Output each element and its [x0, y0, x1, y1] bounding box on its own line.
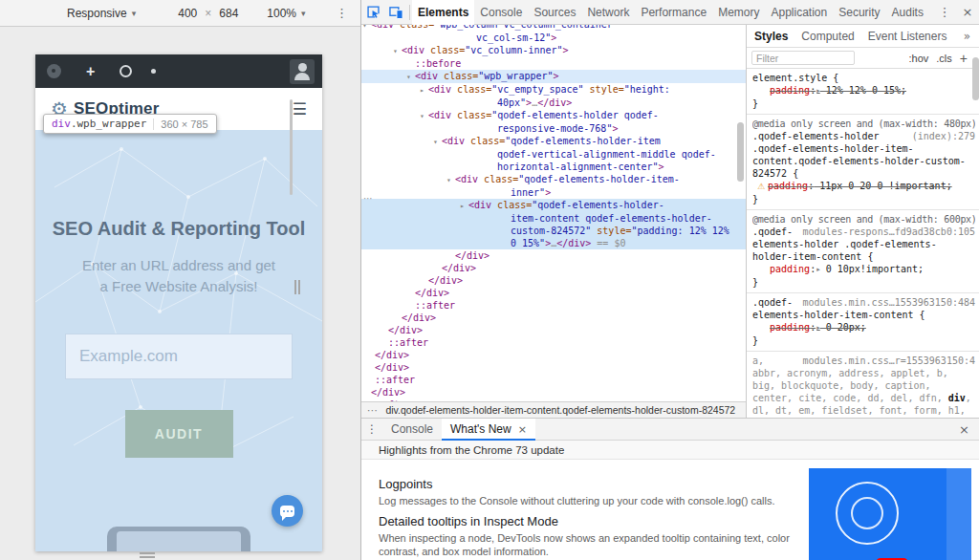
styles-filter-input[interactable]	[751, 51, 855, 65]
css-source-link[interactable]: modules-respons…fd9ad38cb0:105	[802, 226, 975, 238]
dom-tree-line[interactable]: ▾<div class="wpb_column vc_column_contai…	[361, 25, 746, 32]
viewport-resize-handle-right[interactable]	[294, 280, 300, 294]
dom-tree-line[interactable]: qodef-vertical-alignment-middle qodef-	[361, 148, 746, 161]
drawer-tab-console[interactable]: Console	[382, 419, 442, 441]
twisty-icon[interactable]: ▸	[460, 200, 468, 212]
video-thumbnail[interactable]: ne	[809, 468, 971, 560]
dom-token: class=	[400, 25, 434, 30]
toggle-classes-button[interactable]: .cls	[936, 53, 952, 64]
dom-tree-line[interactable]: ▸<div class="vc_empty_space" style="heig…	[361, 83, 746, 97]
drawer-tab-what-s-new[interactable]: What's New×	[442, 419, 535, 441]
css-declaration[interactable]: padding:▸ 12% 12% 0 15%;	[752, 84, 975, 97]
dom-tree-line[interactable]: ▾<div class="vc_column-inner">	[361, 44, 746, 57]
devtools-more-icon[interactable]: ⋮	[933, 0, 956, 25]
dom-tree-line[interactable]: </div>	[361, 249, 746, 262]
expand-shorthand-icon[interactable]: ▸	[816, 87, 820, 95]
dom-tree-line[interactable]: item-content qodef-elements-holder-	[361, 212, 746, 225]
tab-performance[interactable]: Performance	[635, 0, 712, 25]
dom-token: <div	[402, 45, 430, 55]
dom-tree-line[interactable]: 0 15%">…</div> == $0	[361, 237, 746, 249]
dom-tree-line[interactable]: vc_col-sm-12">	[361, 32, 746, 44]
tab-application[interactable]: Application	[765, 0, 833, 25]
sidebar-tab-styles[interactable]: Styles	[754, 25, 788, 48]
sidebar-tab-computed[interactable]: Computed	[801, 25, 854, 48]
dom-tree-line[interactable]: ::after	[361, 336, 746, 349]
dom-tree-line[interactable]: </div>	[361, 262, 746, 274]
dom-tree-line[interactable]: ▾<div class="wpb_wrapper">	[361, 70, 746, 83]
drawer-close-icon[interactable]: ×	[959, 422, 969, 437]
dom-tree-line[interactable]: </div>	[361, 312, 746, 324]
css-source-link[interactable]: modules.min.css…1553963150:484	[802, 296, 975, 309]
dom-tree-line[interactable]: </div>	[361, 274, 746, 287]
new-style-rule-icon[interactable]: +	[960, 51, 968, 66]
twisty-icon[interactable]: ▾	[446, 174, 455, 186]
tab-audits[interactable]: Audits	[886, 0, 929, 25]
tab-elements[interactable]: Elements	[412, 0, 474, 25]
ring-icon[interactable]	[120, 65, 132, 77]
dom-tree-line[interactable]: ▸<div class="qodef-elements-holder-	[361, 199, 746, 212]
dom-tree-line[interactable]: ::after	[361, 299, 746, 312]
css-source-link[interactable]: modules.min.css…r=1553963150:4	[802, 355, 975, 367]
dom-tree-line[interactable]: </div>	[361, 324, 746, 336]
dom-tree-line[interactable]: ::before	[361, 57, 746, 70]
drawer-menu-icon[interactable]: ⋮	[361, 422, 382, 436]
dom-tree-line[interactable]: responsive-mode-768">	[361, 122, 746, 135]
device-toolbar-more-icon[interactable]: ⋮	[336, 6, 348, 20]
tab-console[interactable]: Console	[474, 0, 528, 25]
expand-shorthand-icon[interactable]: ▸	[816, 266, 820, 273]
viewport-height-input[interactable]: 684	[219, 7, 238, 20]
toggle-pseudo-state-button[interactable]: :hov	[909, 53, 929, 64]
palette-icon[interactable]	[47, 64, 61, 78]
tab-network[interactable]: Network	[581, 0, 635, 25]
dom-tree-line[interactable]: ▾<div class="qodef-elements-holder-item-	[361, 173, 746, 186]
dom-tree-scrollbar[interactable]	[737, 122, 744, 182]
dom-tree-line[interactable]: inner">	[361, 186, 746, 199]
dom-tree-line[interactable]: ::after	[361, 374, 746, 386]
dom-tree-line[interactable]: </div>	[361, 287, 746, 299]
dom-token: class=	[444, 71, 478, 81]
dom-tree-line[interactable]: ▾<div class="qodef-elements-holder-item	[361, 135, 746, 148]
zoom-select[interactable]: 100% ▾	[267, 7, 305, 20]
tab-security[interactable]: Security	[833, 0, 885, 25]
viewport-resize-handle-bottom[interactable]	[140, 552, 155, 560]
device-type-select[interactable]: Responsive ▾	[67, 7, 136, 20]
tab-close-icon[interactable]: ×	[518, 419, 527, 441]
audit-button[interactable]: AUDIT	[125, 410, 233, 458]
plus-icon[interactable]: +	[86, 64, 95, 79]
twisty-icon[interactable]: ▾	[433, 136, 442, 148]
tab-sources[interactable]: Sources	[528, 0, 581, 25]
dom-tree-line[interactable]: custom-824572" style="padding: 12% 12%	[361, 225, 746, 237]
hamburger-menu-icon[interactable]: ☰	[293, 99, 307, 118]
devtools-close-icon[interactable]: ×	[956, 0, 979, 25]
dom-tree-line[interactable]: </div>	[361, 386, 746, 398]
css-declaration[interactable]: padding:▸ 0 10px!important;	[752, 263, 975, 276]
dom-tree-line[interactable]: </div>	[361, 349, 746, 361]
tab-memory[interactable]: Memory	[712, 0, 765, 25]
breadcrumb-item[interactable]: div.qodef-elements-holder-item-content.q…	[385, 404, 735, 416]
twisty-icon[interactable]: ▾	[393, 45, 402, 57]
css-declaration[interactable]: ⚠padding: 11px 0 20 0 !important;	[752, 180, 975, 193]
twisty-icon[interactable]: ▾	[406, 71, 415, 83]
dom-token: class=	[497, 200, 532, 210]
twisty-icon[interactable]: ▾	[420, 110, 428, 122]
dom-tree-line[interactable]: 40px">…</div>	[361, 97, 746, 109]
device-toolbar-toggle-icon[interactable]	[384, 0, 407, 25]
dom-tree-line[interactable]: </div>	[361, 361, 746, 374]
styles-scrollbar[interactable]	[972, 57, 979, 100]
inspect-element-icon[interactable]	[361, 0, 384, 25]
dom-tree-line[interactable]: horizontal-alignment-center">	[361, 161, 746, 173]
twisty-icon[interactable]: ▾	[362, 25, 371, 32]
css-declaration[interactable]: padding:▸ 0 20px;	[752, 321, 975, 334]
dom-tree-line[interactable]: ▾<div class="qodef-elements-holder qodef…	[361, 109, 746, 122]
sidebar-overflow-icon[interactable]: »	[964, 30, 970, 43]
breadcrumb-overflow[interactable]: ⋯	[367, 404, 378, 416]
twisty-icon[interactable]: ▸	[420, 84, 428, 97]
url-input[interactable]	[65, 334, 293, 379]
viewport-width-input[interactable]: 400	[178, 7, 197, 20]
css-source-link[interactable]: (index):279	[912, 130, 975, 142]
user-avatar[interactable]	[290, 59, 315, 84]
sidebar-tab-event-listeners[interactable]: Event Listeners	[868, 25, 947, 48]
chat-widget-button[interactable]	[272, 495, 303, 527]
expand-shorthand-icon[interactable]: ▸	[816, 324, 820, 332]
page-scrollbar[interactable]	[290, 99, 293, 195]
